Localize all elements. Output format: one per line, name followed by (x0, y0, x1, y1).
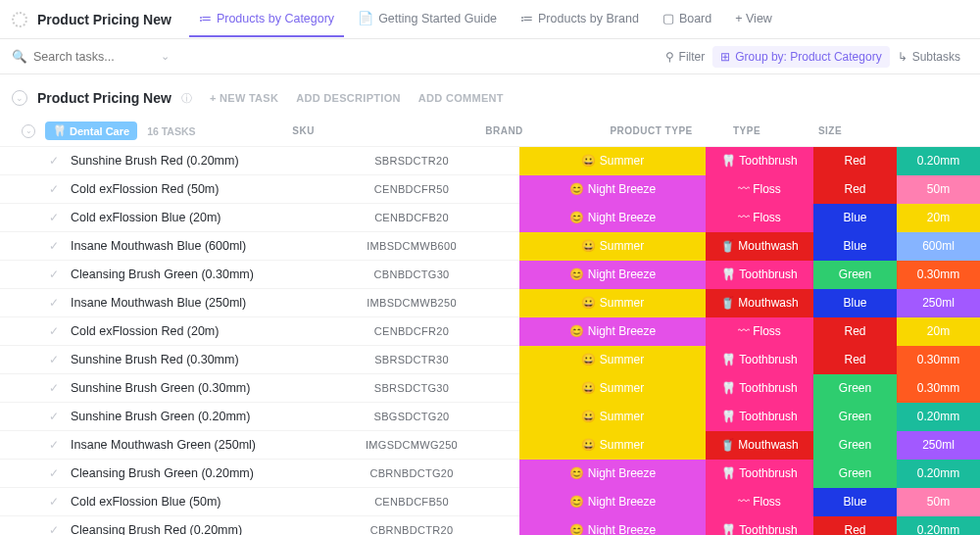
search-input[interactable] (33, 50, 151, 64)
task-name[interactable]: Cleansing Brush Green (0.20mm) (63, 466, 304, 480)
cell-sku[interactable]: CBRNBDCTG20 (304, 460, 519, 488)
cell-product-type[interactable]: 〰Floss (706, 204, 813, 232)
table-row[interactable]: ✓Cold exFlossion Red (50m)CENBDCFR50😊 Ni… (0, 174, 980, 203)
table-row[interactable]: ✓Cold exFlossion Red (20m)CENBDCFR20😊 Ni… (0, 316, 980, 345)
cell-brand[interactable]: 😊 Night Breeze (519, 516, 706, 536)
table-row[interactable]: ✓Cleansing Brush Green (0.30mm)CBNBDCTG3… (0, 260, 980, 288)
cell-size[interactable]: 250ml (897, 289, 980, 317)
cell-brand[interactable]: 😊 Night Breeze (519, 488, 706, 516)
task-name[interactable]: Insane Mouthwash Blue (600ml) (63, 239, 304, 253)
cell-brand[interactable]: 😊 Night Breeze (519, 204, 706, 232)
col-ptype[interactable]: PRODUCT TYPE (598, 125, 706, 136)
subtasks-button[interactable]: ↳Subtasks (890, 46, 968, 68)
cell-size[interactable]: 250ml (897, 431, 980, 460)
table-row[interactable]: ✓Sunshine Brush Green (0.20mm)SBGSDCTG20… (0, 402, 980, 430)
cell-size[interactable]: 0.30mm (897, 374, 980, 403)
cell-product-type[interactable]: 🥤Mouthwash (706, 232, 813, 261)
cell-type[interactable]: Red (813, 147, 897, 175)
cell-sku[interactable]: CENBDCFB20 (304, 204, 519, 232)
cell-type[interactable]: Blue (813, 204, 897, 232)
info-icon[interactable]: ⓘ (181, 91, 192, 106)
add-description-button[interactable]: ADD DESCRIPTION (296, 92, 401, 104)
tab-getting-started-guide[interactable]: 📄Getting Started Guide (348, 1, 507, 37)
cell-brand[interactable]: 😊 Night Breeze (519, 261, 706, 289)
chevron-down-icon[interactable]: ⌄ (161, 50, 170, 63)
cell-product-type[interactable]: 🥤Mouthwash (706, 431, 813, 460)
task-name[interactable]: Cold exFlossion Blue (20m) (63, 211, 304, 224)
cell-type[interactable]: Green (813, 261, 897, 289)
table-row[interactable]: ✓Cold exFlossion Blue (20m)CENBDCFB20😊 N… (0, 203, 980, 231)
cell-sku[interactable]: CBNBDCTG30 (304, 261, 519, 289)
cell-product-type[interactable]: 🦷Toothbrush (706, 374, 813, 403)
cell-brand[interactable]: 😊 Night Breeze (519, 175, 706, 204)
cell-product-type[interactable]: 🦷Toothbrush (706, 346, 813, 374)
table-row[interactable]: ✓Cold exFlossion Blue (50m)CENBDCFB50😊 N… (0, 487, 980, 515)
task-name[interactable]: Cleansing Brush Green (0.30mm) (63, 268, 304, 281)
cell-brand[interactable]: 😀 Summer (519, 147, 706, 175)
collapse-toggle[interactable]: ⌄ (12, 90, 27, 106)
col-brand[interactable]: BRAND (412, 125, 598, 136)
cell-type[interactable]: Red (813, 175, 897, 204)
cell-size[interactable]: 0.20mm (897, 403, 980, 431)
cell-type[interactable]: Green (813, 431, 897, 460)
cell-size[interactable]: 0.20mm (897, 516, 980, 536)
cell-sku[interactable]: CBRNBDCTR20 (304, 516, 519, 536)
cell-size[interactable]: 50m (897, 175, 980, 204)
group-collapse-toggle[interactable]: ⌄ (22, 124, 35, 138)
cell-product-type[interactable]: 🦷Toothbrush (706, 460, 813, 488)
cell-brand[interactable]: 😀 Summer (519, 431, 706, 460)
cell-sku[interactable]: IMBSDCMWB600 (304, 232, 519, 261)
task-name[interactable]: Cold exFlossion Red (50m) (63, 182, 304, 196)
col-size[interactable]: SIZE (789, 125, 872, 136)
table-row[interactable]: ✓Sunshine Brush Red (0.20mm)SBRSDCTR20😀 … (0, 146, 980, 174)
cell-type[interactable]: Red (813, 516, 897, 536)
cell-brand[interactable]: 😀 Summer (519, 374, 706, 403)
cell-product-type[interactable]: 〰Floss (706, 488, 813, 516)
cell-type[interactable]: Red (813, 346, 897, 374)
task-name[interactable]: Sunshine Brush Green (0.20mm) (63, 410, 304, 423)
cell-size[interactable]: 0.30mm (897, 261, 980, 289)
task-name[interactable]: Insane Mouthwash Green (250ml) (63, 438, 304, 452)
cell-product-type[interactable]: 🦷Toothbrush (706, 403, 813, 431)
cell-size[interactable]: 50m (897, 488, 980, 516)
table-row[interactable]: ✓Sunshine Brush Green (0.30mm)SBRSDCTG30… (0, 373, 980, 402)
cell-size[interactable]: 20m (897, 317, 980, 346)
cell-size[interactable]: 0.20mm (897, 147, 980, 175)
table-row[interactable]: ✓Insane Mouthwash Green (250ml)IMGSDCMWG… (0, 430, 980, 459)
task-name[interactable]: Sunshine Brush Red (0.20mm) (63, 154, 304, 168)
task-name[interactable]: Cleansing Brush Red (0.20mm) (63, 523, 304, 535)
add-comment-button[interactable]: ADD COMMENT (418, 92, 504, 104)
col-sku[interactable]: SKU (196, 125, 412, 136)
table-row[interactable]: ✓Insane Mouthwash Blue (250ml)IMBSDCMWB2… (0, 288, 980, 316)
task-name[interactable]: Cold exFlossion Blue (50m) (63, 495, 304, 509)
cell-type[interactable]: Green (813, 374, 897, 403)
cell-size[interactable]: 20m (897, 204, 980, 232)
table-row[interactable]: ✓Cleansing Brush Green (0.20mm)CBRNBDCTG… (0, 459, 980, 487)
group-badge[interactable]: 🦷 Dental Care (45, 122, 137, 140)
cell-type[interactable]: Blue (813, 289, 897, 317)
search-box[interactable]: 🔍 ⌄ (12, 49, 170, 64)
table-row[interactable]: ✓Cleansing Brush Red (0.20mm)CBRNBDCTR20… (0, 515, 980, 535)
cell-brand[interactable]: 😀 Summer (519, 289, 706, 317)
cell-size[interactable]: 0.30mm (897, 346, 980, 374)
cell-type[interactable]: Red (813, 317, 897, 346)
cell-brand[interactable]: 😀 Summer (519, 403, 706, 431)
cell-sku[interactable]: SBRSDCTG30 (304, 374, 519, 403)
cell-product-type[interactable]: 🦷Toothbrush (706, 147, 813, 175)
cell-type[interactable]: Green (813, 460, 897, 488)
cell-brand[interactable]: 😀 Summer (519, 232, 706, 261)
cell-sku[interactable]: SBRSDCTR20 (304, 147, 519, 175)
cell-product-type[interactable]: 🦷Toothbrush (706, 516, 813, 536)
task-name[interactable]: Sunshine Brush Green (0.30mm) (63, 381, 304, 395)
cell-brand[interactable]: 😀 Summer (519, 346, 706, 374)
table-row[interactable]: ✓Sunshine Brush Red (0.30mm)SBRSDCTR30😀 … (0, 345, 980, 373)
cell-type[interactable]: Blue (813, 488, 897, 516)
col-type[interactable]: TYPE (706, 125, 789, 136)
tab-products-by-category[interactable]: ≔Products by Category (189, 1, 344, 37)
cell-size[interactable]: 600ml (897, 232, 980, 261)
filter-button[interactable]: ⚲Filter (658, 46, 713, 68)
cell-type[interactable]: Blue (813, 232, 897, 261)
new-task-button[interactable]: + NEW TASK (210, 92, 278, 104)
cell-product-type[interactable]: 〰Floss (706, 317, 813, 346)
cell-sku[interactable]: SBRSDCTR30 (304, 346, 519, 374)
